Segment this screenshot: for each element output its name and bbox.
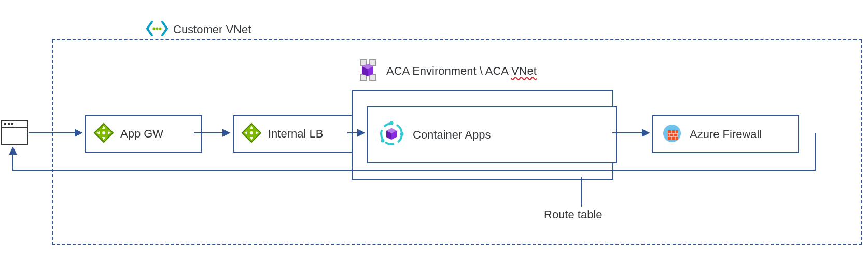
customer-vnet-title: Customer VNet: [143, 21, 254, 38]
svg-point-23: [390, 121, 394, 125]
aca-env-label: ACA Environment \ ACA VNet: [386, 64, 537, 78]
aca-env-title: ACA Environment \ ACA VNet: [356, 59, 537, 83]
svg-point-2: [159, 27, 161, 30]
svg-rect-18: [370, 74, 376, 80]
svg-point-1: [156, 27, 158, 30]
svg-point-0: [152, 27, 155, 30]
arrow-firewall-return: [9, 133, 819, 175]
route-table-label: Route table: [544, 208, 603, 222]
container-env-icon: [356, 59, 380, 83]
vnet-icon: [146, 21, 168, 38]
svg-rect-16: [370, 60, 376, 66]
customer-vnet-label: Customer VNet: [173, 23, 251, 36]
route-table-line: [581, 177, 583, 207]
